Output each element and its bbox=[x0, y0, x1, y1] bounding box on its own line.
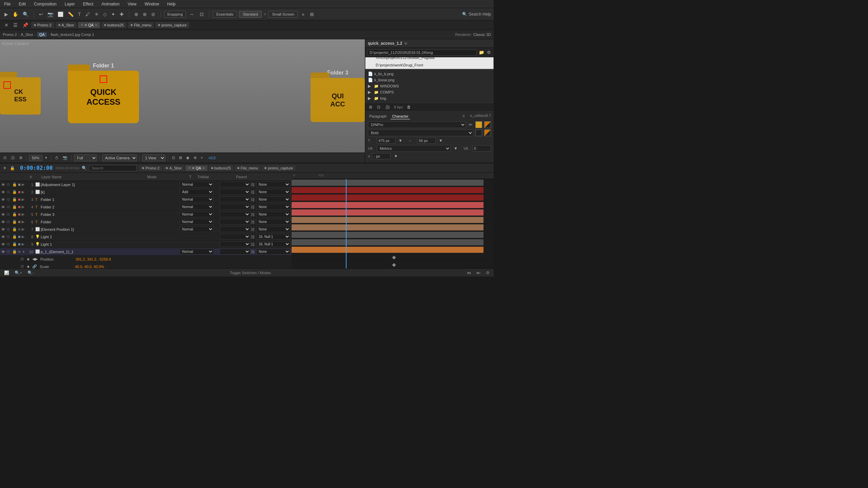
tool-text[interactable]: T bbox=[76, 11, 83, 18]
tool-pen[interactable]: 🖊 bbox=[84, 11, 92, 18]
l-lock-2[interactable]: 🔒 bbox=[12, 190, 17, 194]
l-eye-2[interactable]: 👁 bbox=[1, 190, 6, 194]
l-mode-4[interactable]: Normal bbox=[180, 204, 214, 210]
l-solo-6[interactable]: ⊙ bbox=[7, 220, 12, 224]
l-mode-5[interactable]: Normal bbox=[180, 211, 214, 217]
layer-row-8[interactable]: 👁 ⊙ 🔒 ▶ 8 💡 Light 2 ⛓ 16. Null 1 bbox=[0, 233, 292, 241]
l-lock-7[interactable]: 🔒 bbox=[12, 227, 17, 231]
recent-path-5[interactable]: D:\projects\work\Drugi_Front bbox=[366, 61, 493, 69]
l-solo-9[interactable]: ⊙ bbox=[7, 242, 12, 246]
workspace-standard[interactable]: Standard bbox=[239, 11, 262, 18]
font-style-select[interactable]: Bold Regular Italic bbox=[368, 129, 473, 136]
layer-row-5[interactable]: 👁 ⊙ 🔒 ▶ 5 T Folder 3 Normal ⛓ None bbox=[0, 211, 292, 218]
bb-btn-zoom-in[interactable]: 🔍+ bbox=[13, 270, 23, 276]
tl-tab-promocapture[interactable]: promo_capture bbox=[262, 165, 296, 171]
timecode-display[interactable]: 0:00:02:00 bbox=[17, 165, 55, 171]
l-trkmat-8[interactable] bbox=[220, 234, 250, 240]
l-solo-5[interactable]: ⊙ bbox=[7, 212, 12, 217]
metrics-down[interactable]: ▼ bbox=[453, 145, 459, 151]
l-collapse-4[interactable]: ▶ bbox=[22, 205, 26, 209]
l-parent-8[interactable]: 16. Null 1 bbox=[256, 234, 290, 240]
l-parent-5[interactable]: None bbox=[256, 211, 290, 217]
l-collapse-7[interactable]: ▶ bbox=[22, 227, 26, 231]
comp-tab-buttons25[interactable]: buttons25 bbox=[101, 22, 126, 28]
l-parent-9[interactable]: 16. Null 1 bbox=[256, 241, 290, 247]
l-eye-4[interactable]: 👁 bbox=[1, 205, 6, 209]
path-input[interactable] bbox=[367, 49, 477, 56]
tool-undo[interactable]: ↩ bbox=[37, 11, 45, 18]
expand-position[interactable]: ◀▶ bbox=[32, 257, 38, 261]
tl-lock[interactable]: 🔒 bbox=[9, 165, 16, 171]
tree-item-comps[interactable]: ▶ 📁 COMPS bbox=[365, 89, 494, 95]
l-collapse-10[interactable]: ▼ bbox=[22, 250, 26, 254]
l-parent-6[interactable]: None bbox=[256, 219, 290, 225]
workspace-small-screen[interactable]: Small Screen bbox=[268, 11, 298, 18]
menu-layer[interactable]: Layer bbox=[63, 1, 76, 7]
tab-close-qa[interactable]: ✕ bbox=[81, 23, 83, 27]
l-collapse-1[interactable]: ▶ bbox=[22, 182, 26, 187]
font-family-select[interactable]: DINPro bbox=[368, 121, 466, 128]
tool-roto[interactable]: ✚ bbox=[118, 11, 125, 18]
l-parent-4[interactable]: None bbox=[256, 204, 290, 210]
bb-btn-settings[interactable]: ⚙ bbox=[485, 270, 491, 276]
tracking-down[interactable]: ▼ bbox=[438, 138, 444, 144]
layer-row-1[interactable]: 👁 ⊙ 🔒 ▶ 1 ⬜ [Adjustment Layer 1] Normal … bbox=[0, 181, 292, 188]
tl-qa-menu[interactable]: ≡ bbox=[202, 166, 204, 170]
workspace-expand[interactable]: » bbox=[300, 11, 306, 18]
viewer-ctrl-a[interactable]: ⊡ bbox=[171, 155, 176, 161]
l-lock-3[interactable]: 🔒 bbox=[12, 197, 17, 202]
workspace-menu-icon[interactable]: ≡ bbox=[264, 12, 267, 17]
l-parent-10[interactable]: None bbox=[256, 249, 290, 255]
l-collapse-2[interactable]: ▶ bbox=[22, 190, 26, 194]
tool-rect-select[interactable]: ⬜ bbox=[56, 11, 65, 18]
l-parent-1[interactable]: None bbox=[256, 182, 290, 187]
bb-btn-graph[interactable]: 📊 bbox=[3, 270, 11, 276]
viewer-ctrl-camera-icon[interactable]: 🎥 bbox=[9, 155, 17, 161]
l-trkmat-7[interactable] bbox=[220, 226, 250, 232]
layer-row-9[interactable]: 👁 ⊙ 🔒 ▶ 9 💡 Light 1 ⛓ 16. Null 1 bbox=[0, 241, 292, 248]
kerning-input[interactable] bbox=[472, 145, 491, 151]
l-trkmat-9[interactable] bbox=[220, 241, 250, 247]
menu-file[interactable]: File bbox=[3, 1, 12, 7]
tool-paint[interactable]: ✏️ bbox=[66, 11, 75, 18]
path-settings-btn[interactable]: ⚙ bbox=[486, 49, 492, 56]
tool-select[interactable]: ▶ bbox=[3, 11, 10, 18]
l-lock-1[interactable]: 🔒 bbox=[12, 182, 17, 187]
l-eye-3[interactable]: 👁 bbox=[1, 198, 6, 202]
l-solo-1[interactable]: ⊙ bbox=[7, 182, 12, 187]
menu-view[interactable]: View bbox=[126, 1, 138, 7]
timeline-bars[interactable] bbox=[292, 179, 494, 268]
viewer-ctrl-timecode[interactable]: ⏱ bbox=[54, 155, 60, 161]
viewer-ctrl-d[interactable]: ⊕ bbox=[192, 155, 198, 161]
l-solo-4[interactable]: ⊙ bbox=[7, 205, 12, 209]
l-solo-2[interactable]: ⊙ bbox=[7, 190, 12, 194]
tool-anchor[interactable]: ✳ bbox=[93, 11, 100, 18]
l-lock-9[interactable]: 🔒 bbox=[12, 242, 17, 246]
tl-close[interactable]: ✕ bbox=[2, 165, 7, 171]
l-eye-9[interactable]: 👁 bbox=[1, 242, 6, 246]
l-parent-2[interactable]: None bbox=[256, 189, 290, 195]
comp-tab-promocapture[interactable]: promo_capture bbox=[155, 22, 189, 28]
panel-info-btn1[interactable]: ⊞ bbox=[368, 104, 373, 110]
l-mode-10[interactable]: Normal bbox=[180, 249, 214, 255]
viewer-toggle[interactable]: ⊞ bbox=[308, 11, 316, 18]
bb-btn-zoom-out[interactable]: 🔍- bbox=[26, 270, 35, 276]
stopwatch-position[interactable]: ⏱ bbox=[20, 257, 24, 261]
panel-menu-icon[interactable]: ≡ bbox=[404, 41, 407, 46]
viewer-ctrl-snapshot[interactable]: 📷 bbox=[61, 155, 69, 161]
tool-snapping-b[interactable]: ⊡ bbox=[198, 11, 205, 18]
l-trkmat-3[interactable] bbox=[220, 197, 250, 202]
l-collapse-3[interactable]: ▶ bbox=[22, 197, 26, 202]
char-tab-paragraph[interactable]: Paragraph bbox=[368, 114, 388, 119]
stopwatch-scale[interactable]: ⏱ bbox=[20, 265, 24, 269]
breadcrumb-asbor[interactable]: A_Sbor bbox=[21, 33, 33, 37]
l-mode-2[interactable]: AddNormal bbox=[180, 189, 214, 195]
l-solo-8[interactable]: ⊙ bbox=[7, 235, 12, 239]
l-lock-4[interactable]: 🔒 bbox=[12, 205, 17, 209]
tool-3d-3[interactable]: ⊘ bbox=[150, 11, 157, 18]
tab-bar-pin[interactable]: 📌 bbox=[21, 21, 30, 29]
tab-menu-qa[interactable]: ≡ bbox=[95, 23, 97, 27]
tab-bar-close[interactable]: ✕ bbox=[3, 21, 10, 29]
leading-down[interactable]: ▼ bbox=[393, 153, 399, 159]
tl-close-qa[interactable]: ✕ bbox=[188, 166, 191, 170]
